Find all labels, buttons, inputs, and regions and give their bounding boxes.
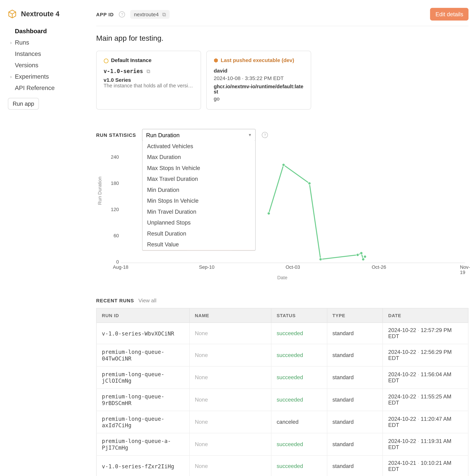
edit-details-button[interactable]: Edit details — [430, 8, 469, 21]
statistic-option[interactable]: Result Duration — [143, 228, 255, 239]
col-run-id[interactable]: RUN ID — [96, 308, 189, 323]
cell-status: succeeded — [271, 366, 327, 389]
chart-point — [267, 212, 270, 215]
nav-experiments[interactable]: ›Experiments — [6, 71, 90, 82]
table-row[interactable]: v-1.0-series-WbvXOCiNRNonesucceededstand… — [96, 323, 468, 344]
chart-ytick: 60 — [108, 233, 119, 238]
cell-run-id: premium-long-queue-axId7CiHg — [96, 411, 189, 433]
chevron-right-icon: › — [9, 74, 13, 79]
chart-ytick: 120 — [108, 207, 119, 212]
recent-runs-header: RECENT RUNS View all — [96, 298, 469, 304]
cell-name: None — [189, 433, 271, 456]
cell-name: None — [189, 455, 271, 476]
app-id-value: nextroute4 — [134, 11, 159, 17]
cell-name: None — [189, 323, 271, 344]
cell-run-id: v-1.0-series-WbvXOCiNR — [96, 323, 189, 344]
chart-xlabel: Date — [96, 275, 469, 280]
col-date[interactable]: DATE — [383, 308, 468, 323]
pushed-datetime: 2024-10-08 · 3:35:22 PM EDT — [214, 75, 304, 81]
table-row[interactable]: premium-long-queue-a-PjI7CmHgNonesucceed… — [96, 433, 468, 456]
copy-icon[interactable]: ⧉ — [162, 11, 166, 17]
statistic-option[interactable]: Unplanned Stops — [143, 217, 255, 228]
instance-subtitle: v1.0 Series — [104, 77, 194, 83]
statistic-option[interactable]: Result Value — [143, 239, 255, 250]
run-statistics-label: RUN STATISICS — [96, 133, 136, 138]
brand[interactable]: Nextroute 4 — [6, 8, 90, 25]
statistic-select-box[interactable]: ▼ — [142, 129, 256, 141]
chart-point — [356, 254, 359, 256]
recent-runs-table: RUN ID NAME STATUS TYPE DATE v-1.0-serie… — [96, 308, 469, 476]
statistic-option[interactable]: Max Duration — [143, 152, 255, 163]
run-statistics-section: RUN STATISICS ▼ Activated VehiclesMax Du… — [96, 129, 469, 280]
chart-xtick: Aug-18 — [113, 264, 128, 270]
nav-api-ref-label: API Reference — [15, 85, 55, 91]
cell-date: 2024-10-22 · 11:20:47 AM EDT — [383, 411, 468, 433]
table-row[interactable]: premium-long-queue-9rBDSCmHRNonesucceede… — [96, 389, 468, 411]
cell-date: 2024-10-21 · 10:10:21 AM EDT — [383, 455, 468, 476]
chevron-down-icon: ▼ — [248, 133, 252, 137]
chevron-right-icon: › — [9, 40, 13, 45]
header-row: APP ID ? nextroute4 ⧉ Edit details — [96, 8, 469, 26]
statistic-dropdown[interactable]: Activated VehiclesMax DurationMax Stops … — [142, 141, 256, 251]
help-icon[interactable]: ? — [262, 132, 268, 138]
recent-runs-view-all[interactable]: View all — [139, 298, 157, 304]
statistic-option[interactable]: Min Travel Duration — [143, 206, 255, 217]
statistic-option[interactable]: Max Stops In Vehicle — [143, 163, 255, 173]
statistic-option[interactable]: Activated Vehicles — [143, 141, 255, 152]
cube-icon: ⬢ — [214, 57, 218, 63]
cell-status: succeeded — [271, 455, 327, 476]
copy-icon[interactable]: ⧉ — [146, 68, 151, 74]
cell-date: 2024-10-22 · 11:55:25 AM EDT — [383, 389, 468, 411]
chart-point — [362, 258, 365, 261]
table-row[interactable]: v-1.0-series-fZxr2IiHgNonesucceededstand… — [96, 455, 468, 476]
statistic-option[interactable]: Max Travel Duration — [143, 173, 255, 185]
chart-xtick: Oct-26 — [372, 264, 386, 270]
statistic-option[interactable]: Min Stops In Vehicle — [143, 195, 255, 206]
cell-status: canceled — [271, 411, 327, 433]
nav-runs-label: Runs — [15, 39, 29, 46]
nav-runs[interactable]: ›Runs — [6, 37, 90, 48]
cell-status: succeeded — [271, 344, 327, 366]
cell-type: standard — [327, 411, 383, 433]
col-type[interactable]: TYPE — [327, 308, 383, 323]
col-status[interactable]: STATUS — [271, 308, 327, 323]
cell-name: None — [189, 344, 271, 366]
last-pushed-card[interactable]: ⬢Last pushed executable (dev) david 2024… — [206, 51, 311, 110]
cell-type: standard — [327, 455, 383, 476]
table-row[interactable]: premium-long-queue-jClOICmNgNonesucceede… — [96, 366, 468, 389]
table-row[interactable]: premium-long-queue-axId7CiHgNonecanceled… — [96, 411, 468, 433]
chart-xtick: Nov-19 — [460, 264, 470, 275]
chart-point — [308, 182, 311, 185]
card-title: Last pushed executable (dev) — [221, 57, 294, 63]
cell-date: 2024-10-22 · 11:56:04 AM EDT — [383, 366, 468, 389]
nav-instances[interactable]: Instances — [6, 48, 90, 59]
cell-run-id: v-1.0-series-fZxr2IiHg — [96, 455, 189, 476]
col-name[interactable]: NAME — [189, 308, 271, 323]
default-instance-card[interactable]: ◯Default Instance v-1.0-series ⧉ v1.0 Se… — [96, 51, 201, 110]
chart-ylabel: Run Duration — [97, 176, 102, 205]
cell-status: succeeded — [271, 433, 327, 456]
chart-point — [319, 258, 322, 261]
cell-run-id: premium-long-queue-9rBDSCmHR — [96, 389, 189, 411]
statistic-select[interactable]: ▼ Activated VehiclesMax DurationMax Stop… — [142, 129, 256, 141]
chart-ytick: 0 — [108, 259, 119, 264]
cell-type: standard — [327, 366, 383, 389]
chart-ytick: 180 — [108, 181, 119, 186]
table-row[interactable]: premium-long-queue-04TwOCiNRNonesucceede… — [96, 344, 468, 366]
statistic-select-input[interactable] — [146, 132, 234, 138]
chart-ytick: 240 — [108, 154, 119, 160]
statistic-option[interactable]: Min Duration — [143, 184, 255, 195]
help-icon[interactable]: ? — [119, 11, 125, 17]
cell-name: None — [189, 389, 271, 411]
pushed-user: david — [214, 68, 304, 74]
run-app-button[interactable]: Run app — [8, 98, 39, 110]
chart-point — [360, 252, 363, 255]
nav-dashboard[interactable]: Dashboard — [6, 25, 90, 37]
brand-icon — [7, 9, 17, 19]
nav-versions[interactable]: Versions — [6, 59, 90, 71]
instance-desc: The instance that holds all of the versi… — [104, 83, 194, 88]
cell-date: 2024-10-22 · 11:19:31 AM EDT — [383, 433, 468, 456]
nav-api-reference[interactable]: API Reference — [6, 82, 90, 93]
nav-versions-label: Versions — [15, 62, 38, 69]
statistic-option[interactable]: Run Duration✓ — [143, 250, 255, 251]
